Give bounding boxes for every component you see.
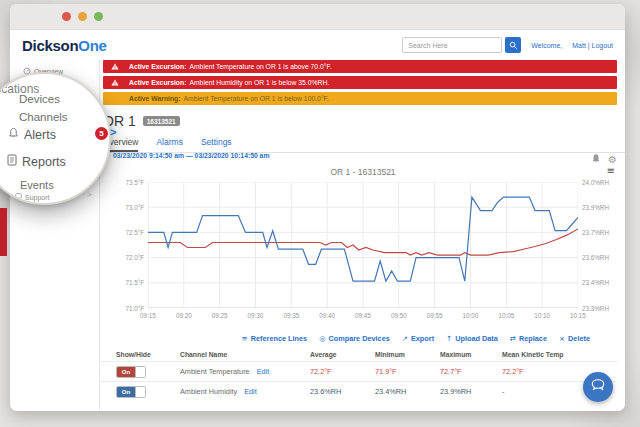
channel-stat-value: 72.7°F [440, 367, 502, 376]
gear-icon[interactable]: ⚙ [608, 154, 617, 165]
toolbar-link-replace[interactable]: ⇄ Replace [510, 334, 547, 343]
sidebar-item-support[interactable]: Support [15, 193, 50, 201]
search-box [402, 37, 521, 53]
user-logout-links[interactable]: Matt | Logout [572, 42, 613, 49]
traffic-light-close-icon[interactable] [62, 12, 71, 21]
welcome-link[interactable]: Welcome, [531, 42, 562, 49]
x-tick: 10:10 [528, 312, 556, 319]
y-right-tick: 23.4%RH [582, 279, 622, 286]
toolbar-link-label: Delete [566, 334, 590, 343]
compare-devices-icon: ◎ [319, 334, 325, 343]
traffic-light-minimize-icon[interactable] [78, 12, 87, 21]
show-hide-toggle[interactable]: On [116, 366, 146, 378]
window-titlebar [10, 4, 625, 30]
chevron-right-icon[interactable]: > [87, 190, 92, 199]
channel-stat-value: 23.4%RH [375, 387, 440, 396]
y-left-tick: 73.5°F [114, 179, 144, 186]
x-tick: 09:40 [313, 312, 341, 319]
toolbar-link-compare-devices[interactable]: ◎ Compare Devices [319, 334, 390, 343]
alert-banner-danger[interactable]: Active Excursion: Ambient Humidity on OR… [103, 76, 617, 89]
toolbar-link-label: Replace [517, 334, 547, 343]
banner-text: Ambient Temperature on OR 1 is above 70.… [189, 63, 331, 70]
toolbar-link-label: Export [409, 334, 434, 343]
banner-prefix: Active Excursion: [129, 63, 186, 70]
toolbar-link-label: Upload Data [453, 334, 498, 343]
table-header-minimum: Minimum [375, 351, 440, 358]
table-header-row: Show/HideChannel NameAverageMinimumMaxim… [100, 348, 617, 361]
alert-banner-danger[interactable]: Active Excursion: Ambient Temperature on… [103, 60, 617, 73]
toggle-state-label: On [117, 387, 135, 397]
y-left-tick: 72.5°F [114, 229, 144, 236]
chart-svg [148, 182, 578, 308]
edit-link[interactable]: Edit [257, 367, 270, 376]
upload-icon: ↑ [446, 334, 452, 343]
date-range-link[interactable]: 03/23/2020 9:14:50 am — 03/23/2020 10:14… [113, 152, 269, 159]
app-logo[interactable]: DicksonOne [22, 37, 107, 54]
browser-window: DicksonOne Welcome, Matt | Logout [10, 4, 625, 411]
toolbar-link-delete[interactable]: × Delete [559, 334, 590, 343]
channel-name: Ambient Humidity [180, 387, 237, 396]
reference-lines-icon: ≡ [242, 334, 248, 343]
table-row: OnAmbient TemperatureEdit72.2°F71.9°F72.… [100, 361, 617, 381]
toolbar-link-reference-lines[interactable]: ≡ Reference Lines [242, 334, 308, 343]
tab-settings[interactable]: Settings [201, 137, 232, 152]
channel-stat-value: 23.9%RH [440, 387, 502, 396]
table-row: OnAmbient HumidityEdit23.6%RH23.4%RH23.9… [100, 381, 617, 401]
y-left-tick: 73.0°F [114, 204, 144, 211]
x-tick: 10:15 [564, 312, 592, 319]
x-tick: 09:30 [242, 312, 270, 319]
chart-menu-icon[interactable]: ≡ [607, 165, 615, 176]
alert-banner-warning[interactable]: Active Warning: Ambient Temperature on O… [103, 92, 617, 105]
banner-text: Ambient Temperature on OR 1 is below 100… [183, 95, 328, 102]
chevron-right-icon[interactable]: > [110, 126, 116, 138]
replace-icon: ⇄ [510, 334, 516, 343]
y-left-tick: 71.0°F [114, 305, 144, 312]
y-right-tick: 23.9%RH [582, 204, 622, 211]
table-header-show-hide: Show/Hide [116, 351, 180, 358]
toolbar-link-upload-data[interactable]: ↑ Upload Data [446, 334, 498, 343]
edit-link[interactable]: Edit [244, 387, 257, 396]
y-right-tick: 23.3%RH [582, 305, 622, 312]
delete-icon: × [559, 334, 565, 343]
bell-icon[interactable] [591, 150, 601, 168]
banner-prefix: Active Excursion: [129, 79, 186, 86]
y-right-tick: 23.6%RH [582, 254, 622, 261]
tab-alarms[interactable]: Alarms [156, 137, 182, 152]
sidebar-item-reports[interactable]: Reports [7, 154, 66, 169]
chat-bubble-icon [590, 378, 606, 396]
x-tick: 09:35 [277, 312, 305, 319]
x-tick: 10:05 [492, 312, 520, 319]
traffic-light-zoom-icon[interactable] [94, 12, 103, 21]
main-content: Active Excursion: Ambient Temperature on… [100, 60, 625, 410]
document-icon [7, 154, 17, 169]
banner-prefix: Active Warning: [129, 95, 180, 102]
search-input[interactable] [402, 37, 502, 53]
table-header-mean-kinetic-temp: Mean Kinetic Temp [502, 351, 617, 358]
brand-ribbon [0, 208, 7, 256]
y-right-tick: 23.7%RH [582, 229, 622, 236]
sidebar-item-channels[interactable]: Channels [19, 111, 68, 123]
x-tick: 09:50 [385, 312, 413, 319]
table-header-average: Average [310, 351, 375, 358]
chart-toolbar: ≡ Reference Lines◎ Compare Devices↗ Expo… [100, 334, 590, 343]
app-header: DicksonOne Welcome, Matt | Logout [10, 30, 625, 60]
chart-plot [148, 182, 578, 308]
toggle-state-label: On [117, 367, 135, 377]
channel-stat-value: 23.6%RH [310, 387, 375, 396]
tab-bar: OverviewAlarmsSettings [103, 137, 625, 152]
search-button[interactable] [505, 37, 521, 53]
x-tick: 09:45 [349, 312, 377, 319]
show-hide-toggle[interactable]: On [116, 386, 146, 398]
channel-stat-value: 72.2°F [310, 367, 375, 376]
alerts-count-badge[interactable]: 5 [95, 127, 108, 140]
sidebar-item-alerts[interactable]: Alerts [8, 127, 56, 142]
channels-table: Show/HideChannel NameAverageMinimumMaxim… [100, 348, 617, 401]
toolbar-link-export[interactable]: ↗ Export [402, 334, 434, 343]
x-tick: 09:15 [134, 312, 162, 319]
toggle-knob [135, 367, 145, 377]
sidebar-item-devices[interactable]: Devices [19, 93, 60, 105]
bell-icon [8, 127, 19, 142]
chat-button[interactable] [583, 372, 613, 402]
banner-text: Ambient Humidity on OR 1 is below 35.0%R… [189, 79, 329, 86]
sidebar-item-events[interactable]: Events [20, 179, 54, 191]
